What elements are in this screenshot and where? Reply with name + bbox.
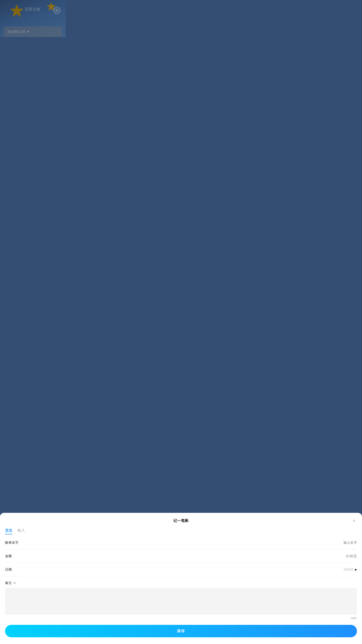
- date-row[interactable]: 日期 请选择 ▶: [5, 563, 66, 576]
- form-fields: 账单名字 金额 日期 请选择 ▶: [0, 536, 66, 576]
- amount-label: 金额: [5, 554, 12, 558]
- add-record-modal: 记一笔帐 × 支出 收入 账单名字 金额: [0, 513, 66, 644]
- save-section: 保存: [0, 620, 66, 637]
- notes-section: 备注 ✏ 0/60: [0, 576, 66, 620]
- modal-header: 记一笔帐 ×: [0, 513, 66, 526]
- edit-icon: ✏: [14, 581, 16, 585]
- date-label: 日期: [5, 567, 12, 572]
- notes-counter: 0/60: [5, 617, 66, 620]
- tab-income-label: 收入: [18, 528, 25, 532]
- notes-label: 备注: [5, 581, 12, 585]
- tab-expense[interactable]: 支出: [5, 526, 13, 534]
- tab-expense-label: 支出: [5, 528, 13, 532]
- modal-overlay: 记一笔帐 × 支出 收入 账单名字 金额: [0, 0, 66, 644]
- tab-income[interactable]: 收入: [18, 526, 25, 534]
- account-name-label: 账单名字: [5, 540, 19, 545]
- notes-textarea[interactable]: [5, 588, 66, 615]
- account-name-row[interactable]: 账单名字: [5, 536, 66, 550]
- save-button[interactable]: 保存: [5, 625, 66, 637]
- tabs-container: 支出 收入: [0, 526, 66, 534]
- notes-label-row: 备注 ✏: [5, 581, 66, 585]
- amount-row[interactable]: 金额: [5, 550, 66, 563]
